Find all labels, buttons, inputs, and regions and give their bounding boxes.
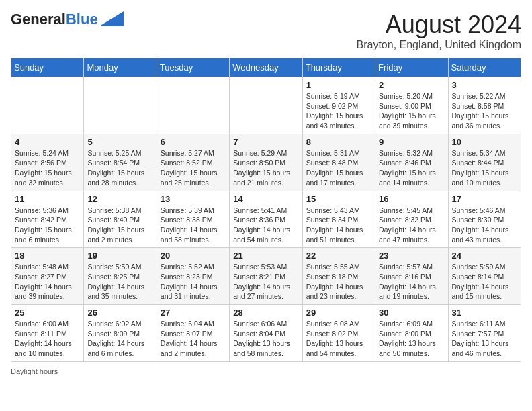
calendar-cell: 22Sunrise: 5:55 AMSunset: 8:18 PMDayligh… (302, 248, 375, 305)
sunrise-label: Sunrise: 6:04 AM (161, 320, 214, 328)
calendar-cell: 3Sunrise: 5:22 AMSunset: 8:58 PMDaylight… (448, 77, 521, 134)
month-year-title: August 2024 (357, 11, 521, 39)
calendar-cell: 5Sunrise: 5:25 AMSunset: 8:54 PMDaylight… (84, 134, 157, 191)
sunrise-label: Sunrise: 5:25 AM (87, 149, 141, 157)
day-number: 31 (452, 308, 517, 318)
daylight-label: Daylight: 14 hours and 58 minutes. (161, 226, 218, 244)
sunset-label: Sunset: 8:25 PM (87, 273, 140, 281)
sunrise-label: Sunrise: 6:06 AM (233, 320, 287, 328)
calendar-cell: 8Sunrise: 5:31 AMSunset: 8:48 PMDaylight… (302, 134, 375, 191)
day-info: Sunrise: 5:55 AMSunset: 8:18 PMDaylight:… (306, 262, 371, 302)
sunrise-label: Sunrise: 6:00 AM (15, 320, 69, 328)
day-info: Sunrise: 5:59 AMSunset: 8:14 PMDaylight:… (452, 262, 517, 302)
daylight-label: Daylight: 13 hours and 54 minutes. (306, 339, 363, 357)
day-info: Sunrise: 5:52 AMSunset: 8:23 PMDaylight:… (161, 262, 226, 302)
footer-note: Daylight hours (11, 367, 521, 375)
day-number: 11 (15, 194, 80, 204)
calendar-cell: 11Sunrise: 5:36 AMSunset: 8:42 PMDayligh… (11, 191, 84, 248)
day-number: 25 (15, 308, 80, 318)
calendar-cell: 1Sunrise: 5:19 AMSunset: 9:02 PMDaylight… (302, 77, 375, 134)
sunset-label: Sunset: 8:30 PM (452, 216, 504, 224)
calendar-cell (230, 77, 302, 134)
calendar-cell: 17Sunrise: 5:46 AMSunset: 8:30 PMDayligh… (448, 191, 521, 248)
daylight-label: Daylight: 15 hours and 6 minutes. (15, 226, 72, 244)
daylight-label: Daylight: 14 hours and 31 minutes. (161, 283, 218, 301)
sunrise-label: Sunrise: 5:59 AM (452, 263, 506, 271)
sunrise-label: Sunrise: 6:11 AM (452, 320, 506, 328)
sunset-label: Sunset: 8:18 PM (306, 273, 359, 281)
sunrise-label: Sunrise: 5:36 AM (15, 206, 69, 214)
day-number: 12 (87, 194, 152, 204)
sunset-label: Sunset: 7:57 PM (452, 330, 504, 338)
sunrise-label: Sunrise: 5:29 AM (233, 149, 287, 157)
day-info: Sunrise: 6:00 AMSunset: 8:11 PMDaylight:… (15, 319, 80, 359)
day-info: Sunrise: 5:32 AMSunset: 8:46 PMDaylight:… (379, 148, 444, 188)
calendar-cell: 29Sunrise: 6:08 AMSunset: 8:02 PMDayligh… (302, 305, 375, 362)
day-number: 19 (87, 250, 152, 261)
daylight-label: Daylight: 13 hours and 58 minutes. (233, 339, 290, 357)
sunset-label: Sunset: 9:02 PM (306, 102, 359, 110)
calendar-cell: 12Sunrise: 5:38 AMSunset: 8:40 PMDayligh… (84, 191, 157, 248)
sunrise-label: Sunrise: 5:32 AM (379, 149, 433, 157)
logo-icon (99, 11, 124, 26)
sunrise-label: Sunrise: 5:45 AM (379, 206, 433, 214)
calendar-table: SundayMondayTuesdayWednesdayThursdayFrid… (11, 58, 521, 362)
day-info: Sunrise: 5:22 AMSunset: 8:58 PMDaylight:… (452, 91, 517, 131)
sunrise-label: Sunrise: 6:09 AM (379, 320, 433, 328)
daylight-label: Daylight: 13 hours and 46 minutes. (452, 339, 509, 357)
daylight-label: Daylight: 14 hours and 54 minutes. (233, 226, 290, 244)
day-number: 14 (233, 194, 298, 204)
daylight-label: Daylight: 14 hours and 6 minutes. (87, 339, 144, 357)
day-number: 13 (161, 194, 226, 204)
page-header: General Blue August 2024 Brayton, Englan… (11, 11, 521, 51)
day-number: 20 (161, 250, 226, 261)
day-number: 21 (233, 250, 298, 261)
day-info: Sunrise: 5:38 AMSunset: 8:40 PMDaylight:… (87, 205, 152, 245)
calendar-cell: 28Sunrise: 6:06 AMSunset: 8:04 PMDayligh… (230, 305, 302, 362)
sunrise-label: Sunrise: 5:43 AM (306, 206, 360, 214)
calendar-cell: 10Sunrise: 5:34 AMSunset: 8:44 PMDayligh… (448, 134, 521, 191)
daylight-label: Daylight: 14 hours and 47 minutes. (379, 226, 436, 244)
day-info: Sunrise: 5:53 AMSunset: 8:21 PMDaylight:… (233, 262, 298, 302)
day-number: 1 (306, 80, 371, 90)
calendar-week-row-4: 18Sunrise: 5:48 AMSunset: 8:27 PMDayligh… (11, 248, 521, 305)
daylight-label: Daylight: 15 hours and 28 minutes. (87, 169, 144, 187)
day-info: Sunrise: 5:36 AMSunset: 8:42 PMDaylight:… (15, 205, 80, 245)
svg-marker-0 (99, 11, 124, 26)
day-info: Sunrise: 5:43 AMSunset: 8:34 PMDaylight:… (306, 205, 371, 245)
sunset-label: Sunset: 8:32 PM (379, 216, 431, 224)
sunset-label: Sunset: 8:00 PM (379, 330, 431, 338)
title-area: August 2024 Brayton, England, United Kin… (357, 11, 521, 51)
day-info: Sunrise: 5:24 AMSunset: 8:56 PMDaylight:… (15, 148, 80, 188)
calendar-cell (11, 77, 84, 134)
daylight-label: Daylight: 15 hours and 10 minutes. (452, 169, 509, 187)
day-number: 30 (379, 308, 444, 318)
daylight-label: Daylight: 14 hours and 2 minutes. (161, 339, 218, 357)
day-number: 29 (306, 308, 371, 318)
calendar-cell: 6Sunrise: 5:27 AMSunset: 8:52 PMDaylight… (157, 134, 229, 191)
sunset-label: Sunset: 8:07 PM (161, 330, 213, 338)
day-info: Sunrise: 5:31 AMSunset: 8:48 PMDaylight:… (306, 148, 371, 188)
daylight-label: Daylight: 14 hours and 27 minutes. (233, 283, 290, 301)
calendar-header-row: SundayMondayTuesdayWednesdayThursdayFrid… (11, 58, 521, 77)
day-number: 9 (379, 137, 444, 147)
day-info: Sunrise: 6:06 AMSunset: 8:04 PMDaylight:… (233, 319, 298, 359)
col-header-friday: Friday (375, 58, 448, 77)
day-info: Sunrise: 5:34 AMSunset: 8:44 PMDaylight:… (452, 148, 517, 188)
daylight-label: Daylight: 14 hours and 19 minutes. (379, 283, 436, 301)
sunrise-label: Sunrise: 5:38 AM (87, 206, 141, 214)
sunrise-label: Sunrise: 5:57 AM (379, 263, 433, 271)
day-number: 17 (452, 194, 517, 204)
calendar-cell: 21Sunrise: 5:53 AMSunset: 8:21 PMDayligh… (230, 248, 302, 305)
logo-general-text: General (11, 11, 66, 28)
col-header-saturday: Saturday (448, 58, 521, 77)
day-info: Sunrise: 6:11 AMSunset: 7:57 PMDaylight:… (452, 319, 517, 359)
sunset-label: Sunset: 8:21 PM (233, 273, 285, 281)
calendar-week-row-1: 1Sunrise: 5:19 AMSunset: 9:02 PMDaylight… (11, 77, 521, 134)
sunset-label: Sunset: 8:56 PM (15, 158, 67, 167)
day-info: Sunrise: 5:48 AMSunset: 8:27 PMDaylight:… (15, 262, 80, 302)
daylight-label: Daylight: 15 hours and 43 minutes. (306, 111, 363, 130)
sunset-label: Sunset: 8:14 PM (452, 273, 504, 281)
col-header-monday: Monday (84, 58, 157, 77)
sunset-label: Sunset: 8:48 PM (306, 158, 359, 167)
